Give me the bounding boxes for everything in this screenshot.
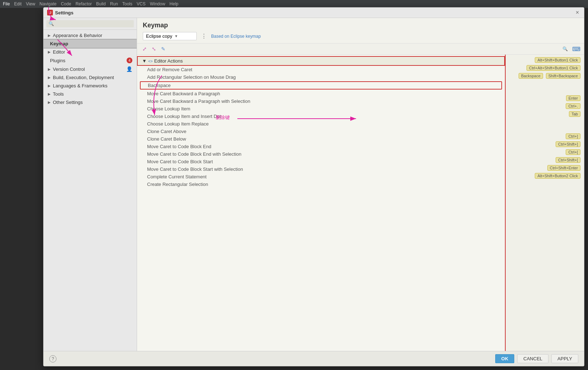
shortcut-row-13: Ctrl+Shift+[ xyxy=(506,156,584,164)
action-add-remove-caret[interactable]: Add or Remove Caret xyxy=(137,66,505,73)
shortcut-spacer-0 xyxy=(506,80,584,87)
vcs-icon: 👤 xyxy=(126,66,132,72)
action-clone-caret-below[interactable]: Clone Caret Below xyxy=(137,135,505,143)
menu-code[interactable]: Code xyxy=(61,1,71,6)
shortcut-badge-ctrl-bracket: Ctrl+] xyxy=(566,133,580,139)
apply-button[interactable]: APPLY xyxy=(551,354,578,363)
editor-actions-section[interactable]: ▼ <> Editor Actions xyxy=(137,56,505,66)
tree-item-plugins[interactable]: Plugins 4 xyxy=(44,56,137,65)
action-label: Choose Lookup Item xyxy=(147,106,190,111)
ok-button[interactable]: OK xyxy=(495,354,515,363)
dropdown-arrow-icon: ▼ xyxy=(174,34,178,38)
tree-item-editor-label: Editor xyxy=(53,49,65,55)
action-move-caret-backward-selection[interactable]: Move Caret Backward a Paragraph with Sel… xyxy=(137,97,505,105)
collapse-icon[interactable]: ⤡ xyxy=(150,45,158,53)
dialog-title-text: Settings xyxy=(55,10,73,15)
shortcut-row-11: Ctrl+Shift+] xyxy=(506,140,584,148)
action-backspace[interactable]: Backspace xyxy=(140,81,502,90)
top-menu-bar: File Edit View Navigate Code Refactor Bu… xyxy=(0,0,588,8)
dialog-body: ▶ Appearance & Behavior Keymap ▶ Editor … xyxy=(44,18,584,351)
dialog-title: IJ Settings xyxy=(47,10,73,15)
arrow-icon-editor: ▶ xyxy=(48,50,51,54)
tree-item-tools[interactable]: ▶ Tools xyxy=(44,90,137,98)
shortcut-row-5: Enter xyxy=(506,94,584,102)
footer-right: OK CANCEL APPLY xyxy=(495,354,578,363)
tree-item-languages[interactable]: ▶ Languages & Frameworks xyxy=(44,82,137,90)
settings-dialog: IJ Settings × ▶ Appearance & Behavior Ke… xyxy=(43,7,584,366)
keymap-based-text: Based on Eclipse keymap xyxy=(211,34,261,39)
tree-item-other-settings[interactable]: ▶ Other Settings xyxy=(44,98,137,106)
menu-help[interactable]: Help xyxy=(169,1,178,6)
keymap-more-button[interactable]: ⋮ xyxy=(200,33,208,40)
tree-item-editor[interactable]: ▶ Editor xyxy=(44,48,137,56)
action-move-caret-block-end[interactable]: Move Caret to Code Block End xyxy=(137,143,505,150)
based-on-prefix: Based on xyxy=(211,34,229,39)
action-clone-caret-above[interactable]: Clone Caret Above xyxy=(137,128,505,135)
shortcut-badge-enter: Enter xyxy=(566,95,580,101)
shortcut-spacer-3 xyxy=(506,125,584,132)
menu-view[interactable]: View xyxy=(26,1,35,6)
keymap-content: Keymap Eclipse copy ▼ ⋮ Based on Eclipse… xyxy=(137,18,584,351)
shortcut-badge-ctrl-shift-open: Ctrl+Shift+[ xyxy=(556,157,580,163)
tree-item-build[interactable]: ▶ Build, Execution, Deployment xyxy=(44,73,137,82)
settings-tree-list: ▶ Appearance & Behavior Keymap ▶ Editor … xyxy=(44,30,137,351)
menu-refactor[interactable]: Refactor xyxy=(76,1,92,6)
shortcut-badge-ctrl-shift-bracket: Ctrl+Shift+] xyxy=(556,141,580,147)
action-move-caret-backward[interactable]: Move Caret Backward a Paragraph xyxy=(137,90,505,97)
menu-tools[interactable]: Tools xyxy=(122,1,132,6)
keymap-dropdown[interactable]: Eclipse copy ▼ xyxy=(143,32,197,40)
action-choose-lookup[interactable]: Choose Lookup Item xyxy=(137,105,505,113)
keymap-selector-row: Eclipse copy ▼ ⋮ Based on Eclipse keymap xyxy=(143,32,578,40)
tree-item-keymap[interactable]: Keymap xyxy=(44,40,137,48)
action-choose-lookup-replace[interactable]: Choose Lookup Item Replace xyxy=(137,120,505,128)
search-icon: 🔍 xyxy=(562,46,568,51)
settings-search-area xyxy=(44,18,137,30)
cancel-button[interactable]: CANCEL xyxy=(517,354,548,363)
tree-item-build-label: Build, Execution, Deployment xyxy=(53,75,114,80)
help-button[interactable]: ? xyxy=(49,355,56,362)
keymap-title: Keymap xyxy=(143,22,578,29)
menu-navigate[interactable]: Navigate xyxy=(40,1,56,6)
tree-item-vcs[interactable]: ▶ Version Control 👤 xyxy=(44,65,137,73)
action-complete-statement[interactable]: Complete Current Statement xyxy=(137,173,505,181)
action-label: Move Caret to Code Block End with Select… xyxy=(147,151,241,157)
based-on-link[interactable]: Eclipse keymap xyxy=(231,34,261,39)
arrow-icon-other: ▶ xyxy=(48,100,51,104)
action-move-caret-block-end-selection[interactable]: Move Caret to Code Block End with Select… xyxy=(137,150,505,158)
shortcut-badge-ctrl-open: Ctrl+[ xyxy=(566,149,580,155)
action-choose-lookup-dot[interactable]: Choose Lookup Item and Insert Dot xyxy=(137,113,505,120)
toolbar-search[interactable]: 🔍 xyxy=(562,46,568,51)
menu-window[interactable]: Window xyxy=(150,1,165,6)
keymap-header: Keymap Eclipse copy ▼ ⋮ Based on Eclipse… xyxy=(137,18,584,44)
shortcut-badge-ctrl-shift-enter: Ctrl+Shift+Enter xyxy=(547,165,580,171)
menu-vcs[interactable]: VCS xyxy=(137,1,146,6)
action-label: Move Caret Backward a Paragraph xyxy=(147,91,220,96)
shortcut-row-2: Backspace Shift+Backspace xyxy=(506,72,584,80)
action-list: ▼ <> Editor Actions Add or Remove Caret … xyxy=(137,55,505,351)
settings-tree-panel: ▶ Appearance & Behavior Keymap ▶ Editor … xyxy=(44,18,137,351)
action-create-rectangular[interactable]: Create Rectangular Selection xyxy=(137,181,505,188)
shortcut-row-7: Tab xyxy=(506,110,584,118)
shortcut-row-12: Ctrl+[ xyxy=(506,148,584,156)
action-add-rectangular[interactable]: Add Rectangular Selection on Mouse Drag xyxy=(137,73,505,81)
expand-icon[interactable]: ⤢ xyxy=(141,45,149,53)
action-move-caret-block-start-selection[interactable]: Move Caret to Code Block Start with Sele… xyxy=(137,165,505,173)
action-label: Move Caret Backward a Paragraph with Sel… xyxy=(147,99,250,104)
shortcut-badge: Alt+Shift+Button1 Click xyxy=(535,57,580,63)
menu-edit[interactable]: Edit xyxy=(14,1,22,6)
menu-file[interactable]: File xyxy=(3,1,10,6)
shortcut-badge-tab: Tab xyxy=(569,111,580,117)
arrow-icon-vcs: ▶ xyxy=(48,67,51,71)
section-code-icon: <> xyxy=(148,59,153,63)
menu-build[interactable]: Build xyxy=(96,1,106,6)
edit-icon[interactable]: ✎ xyxy=(159,45,167,53)
action-label: Choose Lookup Item Replace xyxy=(147,121,209,127)
dialog-footer: ? OK CANCEL APPLY xyxy=(44,351,584,366)
action-label: Choose Lookup Item and Insert Dot xyxy=(147,114,221,119)
shortcut-badge-alt-shift-btn2: Alt+Shift+Button2 Click xyxy=(535,173,580,179)
action-move-caret-block-start[interactable]: Move Caret to Code Block Start xyxy=(137,158,505,165)
close-button[interactable]: × xyxy=(574,9,580,16)
tree-item-appearance[interactable]: ▶ Appearance & Behavior xyxy=(44,31,137,40)
settings-search-input[interactable] xyxy=(46,20,134,27)
menu-run[interactable]: Run xyxy=(110,1,118,6)
